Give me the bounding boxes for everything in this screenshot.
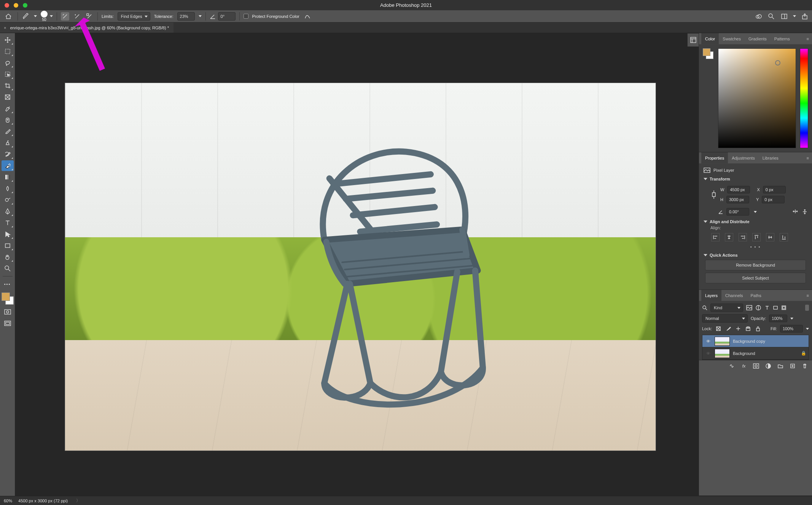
- align-bottom-button[interactable]: [780, 233, 788, 241]
- width-input[interactable]: 4500 px: [727, 186, 750, 193]
- collapsed-dock-icon[interactable]: [687, 33, 699, 47]
- blend-mode-select[interactable]: Normal: [702, 314, 748, 323]
- canvas-area[interactable]: [15, 33, 699, 496]
- tab-layers[interactable]: Layers: [701, 290, 721, 301]
- angle-input[interactable]: 0°: [218, 12, 236, 21]
- search-button[interactable]: [767, 12, 775, 21]
- healing-brush-tool[interactable]: [2, 115, 14, 125]
- layer-item[interactable]: 👁 Background 🔒: [702, 347, 809, 360]
- brush-tool[interactable]: [2, 126, 14, 137]
- fg-swatch[interactable]: [2, 292, 10, 301]
- chevron-down-icon[interactable]: [704, 178, 707, 180]
- align-right-button[interactable]: [739, 233, 747, 241]
- mac-zoom-icon[interactable]: [23, 3, 27, 8]
- quick-mask-button[interactable]: [2, 308, 13, 316]
- chevron-down-icon[interactable]: [806, 328, 809, 330]
- gradient-tool[interactable]: [2, 172, 14, 182]
- cloud-docs-button[interactable]: [754, 12, 763, 21]
- chevron-down-icon[interactable]: [754, 211, 757, 213]
- fill-input[interactable]: 100%: [780, 325, 803, 332]
- lock-all-icon[interactable]: [755, 325, 761, 332]
- chevron-down-icon[interactable]: [199, 15, 202, 17]
- adjustment-icon[interactable]: [765, 363, 772, 369]
- select-subject-button[interactable]: Select Subject: [705, 273, 806, 283]
- new-layer-icon[interactable]: [789, 363, 796, 369]
- layer-thumbnail[interactable]: [715, 349, 730, 358]
- edit-toolbar-button[interactable]: •••: [2, 279, 14, 289]
- background-eraser-tool[interactable]: [2, 160, 14, 171]
- document-tab[interactable]: × enrique-ortega-mira b3xo3WvH_g8-unspla…: [0, 22, 174, 33]
- filter-kind-select[interactable]: Kind: [710, 304, 743, 312]
- search-icon[interactable]: [702, 305, 707, 310]
- layer-name[interactable]: Background copy: [733, 339, 765, 344]
- x-input[interactable]: 0 px: [763, 186, 786, 193]
- fg-bg-swatches[interactable]: [2, 292, 14, 305]
- chevron-down-icon[interactable]: [704, 254, 707, 256]
- sampling-once-button[interactable]: [73, 12, 81, 21]
- status-zoom[interactable]: 60%: [4, 499, 12, 503]
- filter-smart-icon[interactable]: [781, 305, 787, 310]
- pen-tool[interactable]: [2, 206, 14, 217]
- filter-toggle[interactable]: [805, 305, 809, 311]
- flip-horizontal-icon[interactable]: [792, 209, 798, 214]
- layer-name[interactable]: Background: [733, 351, 755, 356]
- y-input[interactable]: 0 px: [762, 196, 785, 203]
- close-tab-icon[interactable]: ×: [4, 26, 6, 30]
- lasso-tool[interactable]: [2, 58, 14, 68]
- opacity-input[interactable]: 100%: [769, 315, 787, 322]
- chevron-down-icon[interactable]: [790, 318, 793, 320]
- panel-menu-icon[interactable]: ≡: [804, 156, 812, 160]
- share-button[interactable]: [801, 12, 809, 21]
- sampling-swatch-button[interactable]: [85, 12, 94, 21]
- fg-swatch[interactable]: [703, 48, 710, 56]
- blur-tool[interactable]: [2, 183, 14, 194]
- shape-tool[interactable]: [2, 240, 14, 251]
- filter-adjust-icon[interactable]: [755, 305, 761, 310]
- history-brush-tool[interactable]: [2, 149, 14, 160]
- tool-preset-picker[interactable]: [22, 12, 30, 21]
- visibility-toggle[interactable]: 👁: [705, 339, 712, 344]
- filter-shape-icon[interactable]: [773, 305, 778, 310]
- mac-minimize-icon[interactable]: [14, 3, 18, 8]
- align-hcenter-button[interactable]: [725, 233, 733, 241]
- mask-icon[interactable]: [753, 363, 759, 369]
- dodge-tool[interactable]: [2, 195, 14, 205]
- more-options-icon[interactable]: • • •: [704, 245, 807, 249]
- delete-icon[interactable]: [801, 363, 808, 369]
- align-left-button[interactable]: [711, 233, 720, 241]
- panel-menu-icon[interactable]: ≡: [804, 37, 812, 41]
- chevron-down-icon[interactable]: [34, 15, 37, 17]
- height-input[interactable]: 3000 px: [726, 196, 749, 203]
- protect-fg-checkbox[interactable]: [244, 14, 248, 19]
- tab-swatches[interactable]: Swatches: [719, 33, 745, 44]
- link-dims-icon[interactable]: [710, 190, 717, 200]
- rotation-input[interactable]: 0.00°: [726, 208, 749, 216]
- fx-icon[interactable]: fx: [740, 363, 747, 369]
- align-vcenter-button[interactable]: [766, 233, 774, 241]
- link-layers-icon[interactable]: [728, 363, 735, 369]
- type-tool[interactable]: [2, 217, 14, 228]
- tab-paths[interactable]: Paths: [747, 290, 765, 301]
- tab-gradients[interactable]: Gradients: [745, 33, 771, 44]
- filter-type-icon[interactable]: [764, 305, 770, 310]
- frame-tool[interactable]: [2, 92, 14, 102]
- hue-strip[interactable]: [800, 48, 808, 148]
- tab-channels[interactable]: Channels: [721, 290, 747, 301]
- home-button[interactable]: [3, 12, 14, 21]
- zoom-tool[interactable]: [2, 263, 14, 274]
- eyedropper-tool[interactable]: [2, 103, 14, 114]
- tab-adjustments[interactable]: Adjustments: [728, 152, 759, 163]
- flip-vertical-icon[interactable]: [802, 209, 807, 215]
- object-select-tool[interactable]: [2, 69, 14, 80]
- chevron-down-icon[interactable]: [704, 221, 707, 223]
- align-top-button[interactable]: [752, 233, 761, 241]
- layer-item[interactable]: 👁 Background copy: [702, 335, 809, 347]
- brush-preset-picker[interactable]: 50: [41, 11, 53, 22]
- limits-select[interactable]: Find Edges: [118, 12, 150, 21]
- document-canvas[interactable]: [65, 83, 656, 451]
- visibility-toggle[interactable]: 👁: [705, 351, 712, 356]
- color-field[interactable]: [718, 48, 796, 148]
- clone-stamp-tool[interactable]: [2, 137, 14, 148]
- lock-pixels-icon[interactable]: [725, 325, 732, 332]
- screen-mode-button[interactable]: [2, 319, 13, 328]
